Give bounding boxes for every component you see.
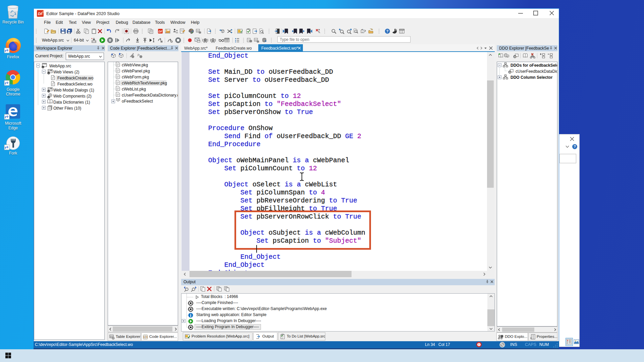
svg-text:sc: sc — [362, 31, 364, 33]
svg-text:DF: DF — [38, 12, 43, 16]
svg-text:m: m — [509, 71, 511, 73]
svg-text:ab: ab — [361, 28, 363, 31]
svg-text:DF: DF — [159, 30, 163, 33]
svg-text:fx: fx — [138, 53, 140, 56]
svg-text:m: m — [514, 56, 516, 58]
svg-text:?: ? — [386, 29, 389, 33]
svg-text:!: ! — [239, 30, 239, 33]
